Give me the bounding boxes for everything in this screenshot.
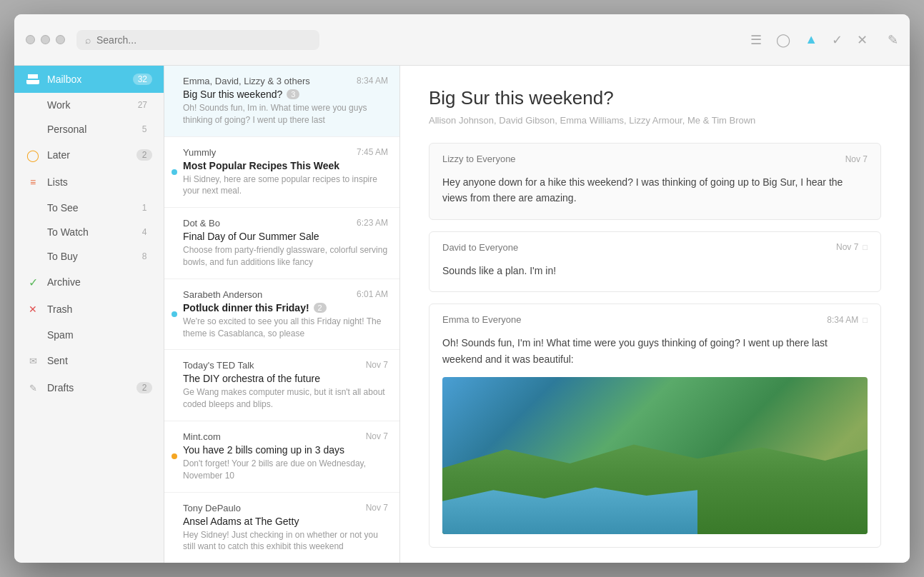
close-button[interactable]: [26, 35, 35, 44]
sidebar-item-to-buy[interactable]: To Buy 8: [14, 244, 164, 269]
to-buy-count: 8: [136, 251, 152, 262]
email-item[interactable]: Sarabeth Anderson 6:01 AM Potluck dinner…: [164, 279, 399, 351]
email-item[interactable]: Tony DePaulo Nov 7 Ansel Adams at The Ge…: [164, 493, 399, 563]
close-icon[interactable]: ✕: [857, 32, 868, 48]
sidebar-item-sent[interactable]: ✉ Sent: [14, 347, 164, 374]
sidebar-item-drafts[interactable]: ✎ Drafts 2: [14, 374, 164, 401]
message-card[interactable]: Lizzy to Everyone Nov 7 Hey anyone down …: [429, 143, 881, 220]
drafts-label: Drafts: [47, 382, 136, 393]
email-header: Sarabeth Anderson 6:01 AM: [183, 289, 388, 300]
later-icon: ◯: [26, 148, 40, 162]
personal-count: 5: [136, 124, 152, 135]
window-controls: [26, 35, 65, 44]
email-from: Yummly: [183, 147, 216, 158]
email-preview: Oh! Sounds fun, Im in. What time were yo…: [183, 102, 388, 126]
unread-dot: [172, 453, 177, 459]
sent-icon: ✉: [26, 353, 40, 368]
email-time: 8:34 AM: [357, 76, 388, 86]
email-header: Yummly 7:45 AM: [183, 147, 388, 158]
email-preview: Ge Wang makes computer music, but it isn…: [183, 386, 388, 411]
main-content: Mailbox 32 Work 27 Personal 5 ◯ Later 2: [14, 66, 910, 563]
maximize-button[interactable]: [56, 35, 65, 44]
work-count: 27: [133, 99, 152, 111]
message-from: Emma to Everyone: [442, 314, 522, 325]
sidebar-item-work[interactable]: Work 27: [14, 93, 164, 117]
minimize-button[interactable]: [41, 35, 50, 44]
search-input[interactable]: [96, 34, 311, 46]
email-badge: 2: [314, 303, 327, 313]
email-from: Tony DePaulo: [183, 503, 241, 513]
email-time: 6:01 AM: [357, 289, 388, 299]
email-time: Nov 7: [366, 360, 388, 370]
sidebar-item-mailbox[interactable]: Mailbox 32: [14, 66, 164, 93]
email-item[interactable]: Today's TED Talk Nov 7 The DIY orchestra…: [164, 350, 399, 421]
message-header: Emma to Everyone 8:34 AM □: [429, 304, 880, 335]
sidebar-item-archive[interactable]: ✓ Archive: [14, 269, 164, 296]
message-header: David to Everyone Nov 7 □: [429, 232, 880, 263]
email-item[interactable]: Yummly 7:45 AM Most Popular Recipes This…: [164, 137, 399, 209]
mailbox-count: 32: [133, 74, 152, 85]
check-icon[interactable]: ✓: [832, 32, 843, 48]
sidebar-item-personal[interactable]: Personal 5: [14, 117, 164, 141]
sidebar-item-to-watch[interactable]: To Watch 4: [14, 220, 164, 244]
email-header: Today's TED Talk Nov 7: [183, 360, 388, 371]
message-header: Lizzy to Everyone Nov 7: [429, 144, 880, 174]
email-time: 7:45 AM: [357, 147, 388, 157]
sidebar-item-trash[interactable]: ✕ Trash: [14, 296, 164, 323]
sidebar-item-to-see[interactable]: To See 1: [14, 196, 164, 220]
compose-button[interactable]: ✎: [888, 32, 898, 48]
email-preview: Don't forget! Your 2 bills are due on We…: [183, 458, 388, 482]
sidebar-item-spam[interactable]: Spam: [14, 323, 164, 347]
mailbox-label: Mailbox: [47, 74, 133, 85]
app-window: ⌕ ☰ ◯ ▲ ✓ ✕ ✎ Mailbox 32 Work: [14, 14, 910, 563]
mailbox-icon: [26, 72, 40, 86]
message-date: Nov 7: [845, 154, 868, 164]
title-bar: ⌕ ☰ ◯ ▲ ✓ ✕ ✎: [14, 14, 910, 66]
later-label: Later: [47, 149, 136, 161]
detail-participants: Allison Johnson, David Gibson, Emma Will…: [429, 115, 881, 126]
email-subject: Potluck dinner this Friday!: [183, 302, 309, 313]
email-detail: Big Sur this weekend? Allison Johnson, D…: [400, 66, 910, 563]
email-preview: Hey Sidney! Just checking in on whether …: [183, 529, 388, 553]
drafts-icon: ✎: [26, 381, 40, 395]
email-item[interactable]: Mint.com Nov 7 You have 2 bills coming u…: [164, 421, 399, 493]
email-subject-row: Final Day of Our Summer Sale: [183, 231, 388, 242]
message-from: Lizzy to Everyone: [442, 154, 516, 164]
message-card[interactable]: David to Everyone Nov 7 □ Sounds like a …: [429, 231, 881, 292]
email-list: Emma, David, Lizzy & 3 others 8:34 AM Bi…: [164, 66, 400, 563]
to-buy-label: To Buy: [47, 251, 136, 262]
sidebar-item-later[interactable]: ◯ Later 2: [14, 141, 164, 169]
email-subject: You have 2 bills coming up in 3 days: [183, 444, 344, 456]
email-preview: Choose from party-friendly glassware, co…: [183, 244, 388, 269]
message-card[interactable]: Emma to Everyone 8:34 AM □ Oh! Sounds fu…: [429, 303, 881, 548]
to-watch-label: To Watch: [47, 226, 136, 238]
email-subject-row: Potluck dinner this Friday! 2: [183, 302, 388, 313]
search-bar[interactable]: ⌕: [76, 30, 319, 50]
email-item[interactable]: Dot & Bo 6:23 AM Final Day of Our Summer…: [164, 208, 399, 279]
message-body: Hey anyone down for a hike this weekend?…: [429, 174, 880, 219]
clock-icon[interactable]: ◯: [776, 32, 790, 48]
email-time: 6:23 AM: [357, 218, 388, 228]
email-header: Mint.com Nov 7: [183, 431, 388, 442]
archive-sidebar-icon: ✓: [26, 275, 40, 289]
archive-icon[interactable]: ▲: [805, 32, 818, 47]
trash-sidebar-icon: ✕: [26, 302, 40, 316]
email-preview: Hi Sidney, here are some popular recipes…: [183, 174, 388, 198]
email-subject-row: You have 2 bills coming up in 3 days: [183, 444, 388, 456]
to-watch-count: 4: [136, 226, 152, 238]
message-date: Nov 7 □: [836, 242, 868, 252]
message-body: Sounds like a plan. I'm in!: [429, 263, 880, 291]
email-header: Dot & Bo 6:23 AM: [183, 218, 388, 229]
big-sur-image: [442, 377, 868, 534]
email-subject: The DIY orchestra of the future: [183, 373, 320, 384]
email-header: Emma, David, Lizzy & 3 others 8:34 AM: [183, 76, 388, 86]
email-subject-row: The DIY orchestra of the future: [183, 373, 388, 384]
email-subject-row: Most Popular Recipes This Week: [183, 160, 388, 171]
search-icon: ⌕: [85, 34, 91, 46]
sidebar-item-lists[interactable]: ≡ Lists: [14, 169, 164, 196]
toolbar: ☰ ◯ ▲ ✓ ✕ ✎: [750, 32, 898, 48]
list-icon[interactable]: ☰: [750, 32, 762, 48]
later-count: 2: [136, 149, 152, 161]
email-item[interactable]: Emma, David, Lizzy & 3 others 8:34 AM Bi…: [164, 66, 399, 137]
unread-dot: [172, 169, 177, 175]
